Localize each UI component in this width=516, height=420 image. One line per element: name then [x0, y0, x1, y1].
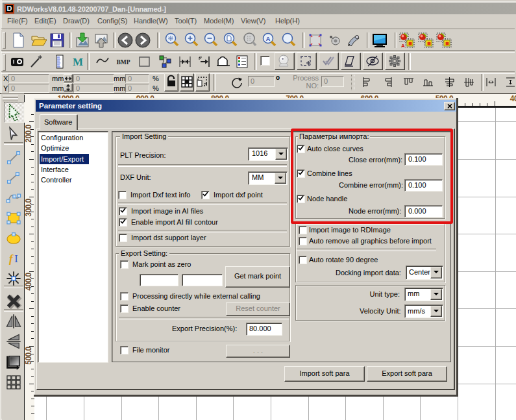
svg-text:f: f — [9, 253, 14, 265]
svg-text:A: A — [401, 43, 405, 49]
svg-text:M: M — [73, 56, 83, 68]
svg-text:BMP: BMP — [116, 59, 130, 66]
svg-text:I: I — [14, 253, 18, 265]
svg-text:A: A — [266, 36, 271, 42]
